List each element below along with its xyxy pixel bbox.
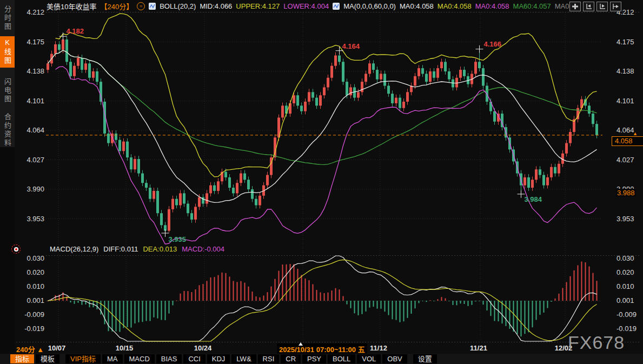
chart-app: 分时图K线图闪电图合约资料 美债10年收益率 【240分】 = BOLL(20,… [0, 0, 643, 364]
chart-header: 美债10年收益率 【240分】 = BOLL(20,2) MID:4.066 U… [47, 1, 571, 11]
ma0-yellow-value: MA0:4.058 [437, 2, 472, 10]
macd-tick-right: 0.030 [617, 254, 643, 263]
toolbar-button-lwr[interactable]: LW& [231, 354, 256, 363]
indicator-alert-icon[interactable] [11, 244, 21, 254]
toolbar-button-indicators[interactable]: 指标 [10, 354, 34, 363]
macd-tick-left: 0.030 [17, 254, 44, 263]
macd-tick-left: 0.020 [17, 268, 44, 277]
macd-header: MACD(26,12,9) DIFF:0.011 DEA:0.013 MACD:… [50, 245, 224, 253]
price-tick-left: 3.990 [17, 185, 44, 194]
macd-dea-value: DEA:0.013 [143, 245, 177, 253]
page-title: 美债10年收益率 [47, 1, 96, 11]
time-axis-period-label[interactable]: 240分 ▲ [16, 344, 44, 354]
chart-canvas[interactable] [0, 0, 643, 364]
indicator-toolbar: 指标模板VIP指标MAMACDBIASCCIKDJLW&RSICRPSYBOLL… [0, 354, 643, 364]
toolbar-button-vol[interactable]: VOL [357, 354, 381, 363]
toolbar-button-bias[interactable]: BIAS [156, 354, 182, 363]
price-tick-left: 4.175 [17, 38, 44, 47]
macd-tick-right: 0.001 [617, 296, 643, 305]
time-tick: 10/15 [116, 344, 134, 352]
compress-right-icon[interactable] [596, 2, 608, 11]
macd-tick-right: 0.010 [617, 282, 643, 291]
macd-tick-left: 0.001 [17, 296, 44, 305]
macd-tick-left: -0.009 [17, 310, 44, 319]
price-tick-right: 4.101 [617, 97, 643, 105]
toolbar-button-psy[interactable]: PSY [302, 354, 326, 363]
macd-tick-left: -0.019 [17, 325, 44, 333]
selected-bar-marker-icon [299, 342, 303, 346]
boll-mid-value: MID:4.066 [200, 2, 232, 10]
price-tick-right: 4.027 [617, 156, 643, 164]
time-axis: 240分 ▲ 2025/10/31 07:00~11:00 五 10/0710/… [0, 342, 643, 354]
price-tick-left: 4.212 [17, 8, 44, 17]
sidebar-tab-contract-info[interactable]: 合约资料 [0, 110, 15, 151]
price-tick-right: 4.064 [617, 126, 643, 135]
boll-upper-value: UPPER:4.127 [236, 2, 280, 10]
price-annotation-low: 3.984 [525, 195, 542, 203]
toolbar-button-obv[interactable]: OBV [382, 354, 407, 363]
time-tick: 10/24 [194, 344, 212, 352]
price-annotation-high: 4.182 [67, 27, 84, 35]
period-label[interactable]: 【240分】 [100, 1, 133, 11]
price-annotation-high: 4.166 [484, 40, 502, 48]
boll-label: BOLL(20,2) [160, 2, 196, 10]
price-tick-left: 4.101 [17, 97, 44, 105]
time-tick: 11/12 [370, 344, 387, 352]
period-menu-icon[interactable]: = [137, 2, 145, 10]
ma0-gray-value: MA0: [555, 2, 571, 10]
macd-tick-left: 0.010 [17, 282, 44, 291]
current-price-badge: 4.058 [612, 136, 643, 146]
macd-tick-right: 0.020 [617, 268, 643, 277]
toolbar-button-boll[interactable]: BOLL [328, 354, 355, 363]
ma0-magenta-value: MA0:4.058 [475, 2, 509, 10]
macd-tick-right: -0.009 [617, 310, 643, 319]
price-tick-left: 4.064 [17, 126, 44, 135]
price-tick-left: 4.027 [17, 156, 44, 164]
price-tick-right: 3.953 [617, 215, 643, 223]
ma60-green-value: MA60:4.057 [513, 2, 551, 10]
sidebar-tab-k-line-chart[interactable]: K线图 [0, 36, 15, 68]
time-tick: 11/21 [470, 344, 487, 352]
macd-diff-value: DIFF:0.011 [103, 245, 138, 253]
macd-macd-value: MACD:-0.004 [182, 245, 224, 253]
sidebar-tab-time-chart[interactable]: 分时图 [0, 3, 15, 34]
time-tick: 10/07 [48, 344, 66, 352]
toolbar-button-kdj[interactable]: KDJ [207, 354, 230, 363]
period-up-arrow-icon: ▲ [37, 346, 44, 354]
current-price-arrow-icon: ▲ [633, 131, 638, 136]
pan-right-icon[interactable] [610, 2, 621, 11]
price-tick-left: 4.138 [17, 67, 44, 76]
toolbar-button-settings[interactable]: 设置 [413, 354, 437, 363]
crosshair-icon[interactable] [569, 2, 581, 11]
compress-left-icon[interactable] [583, 2, 594, 11]
sidebar: 分时图K线图闪电图合约资料 [0, 0, 15, 354]
toolbar-button-ma[interactable]: MA [102, 354, 123, 363]
toolbar-button-cr[interactable]: CR [281, 354, 301, 363]
toolbar-button-vip-indicators[interactable]: VIP指标 [65, 354, 101, 363]
macd-params-label: MACD(26,12,9) [50, 245, 98, 253]
chart-nav-icons [569, 2, 621, 11]
selected-bar-datetime: 2025/10/31 07:00~11:00 五 [277, 343, 367, 355]
toolbar-button-macd[interactable]: MACD [124, 354, 155, 363]
watermark: FX678 [568, 332, 625, 353]
ma-params-label: MA(0,0,0,60,0,0) [343, 2, 396, 10]
price-annotation-low: 3.935 [169, 235, 187, 243]
price-tick-right: 4.175 [617, 38, 643, 47]
ma0-white-value: MA0:4.058 [400, 2, 434, 10]
sidebar-tab-lightning-chart[interactable]: 闪电图 [0, 75, 15, 107]
toolbar-button-templates[interactable]: 模板 [36, 354, 59, 363]
toolbar-button-cci[interactable]: CCI [183, 354, 205, 363]
boll-lower-value: LOWER:4.004 [283, 2, 329, 10]
price-tick-right: 4.138 [617, 67, 643, 76]
secondary-price-label: 3.988 [616, 189, 636, 197]
toolbar-button-rsi[interactable]: RSI [258, 354, 280, 363]
boll-indicator-icon [149, 3, 156, 10]
ma-indicator-icon [333, 3, 340, 10]
price-annotation-high: 4.164 [342, 42, 360, 50]
price-tick-left: 3.953 [17, 215, 44, 223]
